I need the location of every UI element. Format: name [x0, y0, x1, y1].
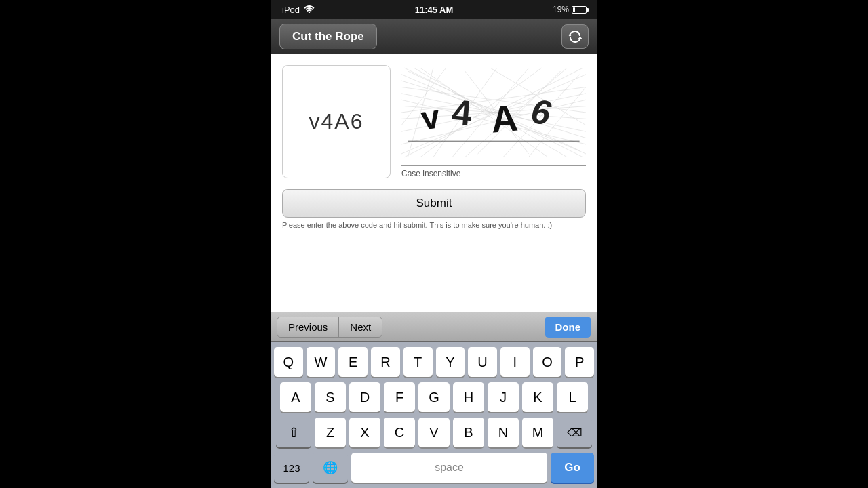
key-s[interactable]: S [315, 382, 346, 412]
captcha-help-text: Please enter the above code and hit subm… [271, 218, 597, 236]
key-f[interactable]: F [384, 382, 415, 412]
key-n[interactable]: N [488, 418, 519, 447]
nav-button-group: Previous Next [277, 317, 382, 338]
previous-button[interactable]: Previous [277, 317, 339, 337]
nav-bar: Cut the Rope [271, 19, 597, 54]
captcha-case-note: Case insensitive [401, 165, 586, 178]
svg-point-0 [309, 11, 310, 12]
key-z[interactable]: Z [315, 418, 346, 447]
nav-title-button[interactable]: Cut the Rope [279, 24, 377, 49]
key-y[interactable]: Y [436, 347, 465, 377]
keyboard-row-3: ⇧ Z X C V B N M ⌫ [274, 418, 594, 447]
key-o[interactable]: O [533, 347, 562, 377]
key-q[interactable]: Q [274, 347, 303, 377]
keyboard-row-2: A S D F G H J K L [274, 382, 594, 412]
key-c[interactable]: C [384, 418, 415, 447]
key-i[interactable]: I [500, 347, 530, 377]
captcha-container: v4A6 [271, 54, 597, 189]
key-k[interactable]: K [522, 382, 553, 412]
key-h[interactable]: H [453, 382, 484, 412]
device-name: iPod [282, 5, 300, 15]
key-t[interactable]: T [403, 347, 433, 377]
key-u[interactable]: U [468, 347, 497, 377]
done-button[interactable]: Done [545, 317, 592, 338]
key-v[interactable]: V [418, 418, 450, 447]
key-d[interactable]: D [349, 382, 380, 412]
status-bar: iPod 11:45 AM 19% [271, 0, 597, 19]
key-w[interactable]: W [307, 347, 336, 377]
captcha-right: v 4 A 6 Case insensitive [401, 65, 586, 178]
key-g[interactable]: G [418, 382, 450, 412]
status-right: 19% [553, 5, 589, 14]
captcha-plain-text: v4A6 [282, 65, 391, 178]
svg-text:A: A [490, 97, 519, 140]
keyboard: Q W E R T Y U I O P A S D F G H J K L ⇧ … [271, 342, 597, 488]
key-l[interactable]: L [557, 382, 588, 412]
keyboard-row-4: 123 🌐 space Go [274, 453, 594, 483]
content-area: v4A6 [271, 54, 597, 312]
key-x[interactable]: X [349, 418, 380, 447]
battery-icon [572, 6, 589, 14]
key-p[interactable]: P [565, 347, 594, 377]
keyboard-row-1: Q W E R T Y U I O P [274, 347, 594, 377]
refresh-button[interactable] [561, 24, 589, 49]
globe-key[interactable]: 🌐 [313, 453, 348, 483]
backspace-key[interactable]: ⌫ [557, 418, 592, 447]
go-key[interactable]: Go [551, 453, 594, 483]
key-a[interactable]: A [280, 382, 311, 412]
shift-key[interactable]: ⇧ [276, 418, 311, 447]
key-e[interactable]: E [338, 347, 368, 377]
num-key[interactable]: 123 [274, 453, 309, 483]
captcha-image: v 4 A 6 [401, 65, 586, 160]
submit-button[interactable]: Submit [282, 189, 586, 218]
toolbar: Previous Next Done [271, 312, 597, 342]
wifi-icon [304, 5, 315, 15]
svg-text:4: 4 [450, 92, 473, 133]
space-key[interactable]: space [351, 453, 547, 483]
key-b[interactable]: B [453, 418, 484, 447]
time-display: 11:45 AM [415, 5, 454, 15]
key-m[interactable]: M [522, 418, 553, 447]
battery-percent: 19% [553, 5, 569, 14]
key-r[interactable]: R [371, 347, 400, 377]
status-left: iPod [282, 5, 315, 15]
next-button[interactable]: Next [339, 317, 382, 337]
key-j[interactable]: J [488, 382, 519, 412]
